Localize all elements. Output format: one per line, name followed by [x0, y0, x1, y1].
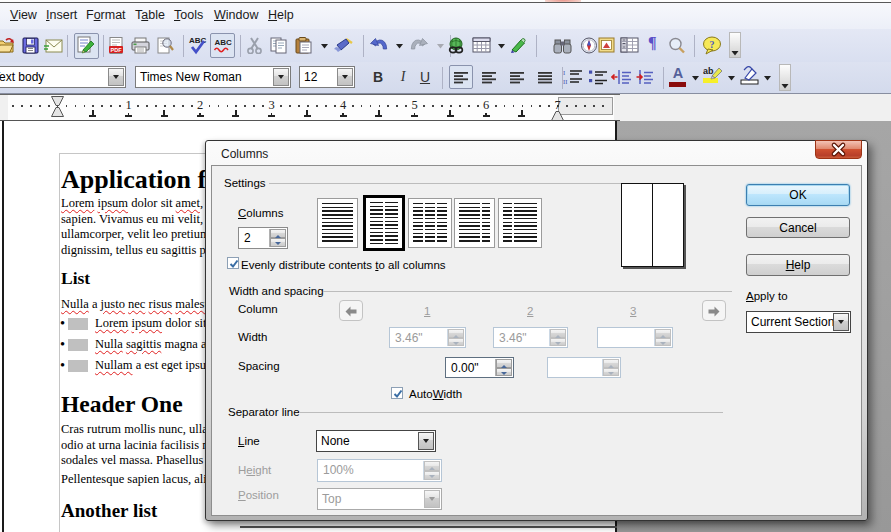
svg-text:I: I	[563, 69, 565, 76]
svg-text:ABC: ABC	[189, 36, 207, 45]
svg-text:PDF: PDF	[111, 47, 123, 53]
svg-text:II: II	[563, 78, 567, 85]
svg-text:?: ?	[710, 39, 715, 50]
svg-text:ab: ab	[703, 66, 714, 76]
svg-text:ABC: ABC	[215, 38, 233, 47]
